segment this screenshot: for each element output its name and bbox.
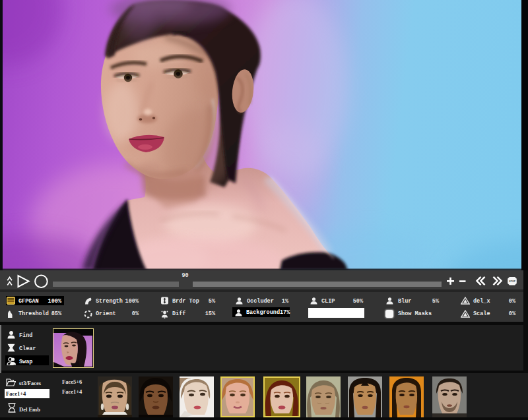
svg-text:STOP: STOP bbox=[509, 280, 515, 283]
